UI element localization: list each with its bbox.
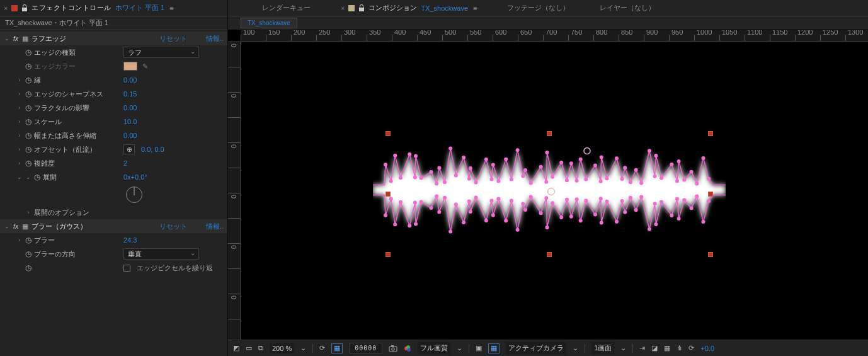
twirl-icon[interactable]: › [15,146,24,152]
panel-menu-icon[interactable]: ≡ [169,4,173,12]
stopwatch-icon[interactable]: ◷ [24,236,33,244]
twirl-icon[interactable]: › [15,118,24,125]
dropdown[interactable]: 垂直 [123,248,199,260]
effect-header[interactable]: ⌄fx▦ラフエッジリセット情報.. [0,32,227,45]
exposure-reset-icon[interactable]: ⟳ [688,344,694,352]
transparency-grid-toggle[interactable]: ▦ [331,343,343,353]
property-value[interactable]: 10.0 [123,118,149,125]
stopwatch-icon[interactable]: ◷ [24,263,33,272]
camera-dropdown[interactable]: アクティブカメラ [506,342,566,354]
twirl-icon[interactable]: › [15,91,24,97]
stopwatch-icon[interactable]: ◷ [24,76,33,84]
chevron-down-icon[interactable]: ⌄ [457,344,462,352]
lock-icon[interactable] [358,4,365,12]
roi-icon[interactable]: ▣ [476,344,482,352]
ruler-vertical[interactable]: 000000 [228,42,241,340]
timeline-icon[interactable]: ▦ [664,344,670,352]
selection-handle[interactable] [708,252,713,257]
fast-preview-icon[interactable]: ⟳ [319,344,325,352]
exposure-value[interactable]: +0.0 [700,345,714,352]
preset-icon[interactable]: ▦ [20,35,30,43]
twirl-icon[interactable]: › [15,105,24,111]
tab-layer[interactable]: レイヤー（なし） [585,0,670,16]
close-icon[interactable]: × [4,4,8,12]
property-value[interactable]: 0.00 [123,104,149,112]
fast-draft-icon[interactable]: ◪ [651,344,658,352]
tab-render-queue[interactable]: レンダーキュー [247,0,326,16]
selection-handle[interactable] [547,252,552,257]
always-preview-icon[interactable]: ◩ [233,344,239,352]
guides-toggle[interactable]: ▦ [488,343,500,353]
twirl-icon[interactable]: › [15,160,24,166]
eyedropper-icon[interactable]: ✎ [142,62,155,71]
property-value[interactable]: 24.3 [123,236,149,244]
twirl-icon[interactable]: ⌄ [3,223,11,229]
tab-footage[interactable]: フッテージ（なし） [492,0,585,16]
tab-composition[interactable]: × コンポジション TX_shockwave ≡ [326,0,492,16]
comp-subtab[interactable]: TX_shockwave [241,18,297,28]
tab-close-icon[interactable]: × [341,4,345,12]
stopwatch-icon[interactable]: ◷ [24,250,33,258]
stopwatch-icon[interactable]: ◷ [33,173,42,181]
stopwatch-icon[interactable]: ◷ [24,117,33,126]
stopwatch-icon[interactable]: ◷ [24,145,33,154]
stopwatch-icon[interactable]: ◷ [24,159,33,168]
lock-icon[interactable] [21,4,28,12]
angle-dial[interactable] [126,187,142,203]
twirl-icon[interactable]: › [24,209,33,215]
stopwatch-icon[interactable]: ◷ [24,131,33,140]
reset-link[interactable]: リセット [159,34,187,43]
checkbox[interactable] [123,265,130,272]
dropdown[interactable]: ラフ [123,47,199,58]
color-swatch[interactable] [123,62,137,71]
selection-handle[interactable] [385,192,391,197]
view-layout-dropdown[interactable]: 1画面 [591,342,614,354]
twirl-icon[interactable]: ⌄ [24,174,33,180]
current-frame[interactable]: 00000 [349,343,382,353]
property-value[interactable]: 2 [123,159,149,167]
property-value[interactable]: 0.0, 0.0 [141,146,166,153]
stopwatch-icon[interactable]: ◷ [24,89,33,98]
twirl-icon[interactable]: › [15,237,24,243]
panel-layer-link[interactable]: ホワイト 平面 1 [115,3,164,13]
layer-color-swatch[interactable] [11,5,18,11]
twirl-icon[interactable]: ⌄ [3,35,11,42]
tab-menu-icon[interactable]: ≡ [473,4,477,12]
snapshot-icon[interactable] [389,345,397,352]
vr-icon[interactable]: ⧉ [258,344,263,352]
effect-header[interactable]: ⌄fx▦ブラー（ガウス）リセット情報.. [0,219,227,233]
stopwatch-icon[interactable]: ◷ [24,48,33,57]
fx-badge-icon[interactable]: fx [11,35,20,42]
resolution-dropdown[interactable]: フル画質 [418,342,450,354]
preset-icon[interactable]: ▦ [20,222,30,231]
chevron-down-icon[interactable]: ⌄ [300,344,306,352]
reset-link[interactable]: リセット [159,222,187,231]
info-link[interactable]: 情報.. [206,222,224,231]
fx-badge-icon[interactable]: fx [11,223,20,230]
selection-handle[interactable] [385,252,391,257]
property-value[interactable]: 0.15 [123,90,149,98]
chevron-down-icon[interactable]: ⌄ [573,344,578,352]
property-value[interactable]: 0.00 [123,76,149,84]
property-value[interactable]: 0.00 [123,132,149,139]
property-value[interactable]: 0x+0.0° [123,173,149,181]
zoom-dropdown[interactable]: 200 % [270,343,294,353]
selection-handle[interactable] [385,131,391,136]
flowchart-icon[interactable]: ⋔ [677,344,682,352]
locate-icon[interactable]: ⊕ [123,144,135,154]
ruler-horizontal[interactable]: 1001502002503003504004505005506006507007… [241,30,868,42]
selection-handle[interactable] [547,131,552,136]
anchor-point-icon[interactable] [546,187,556,197]
pixel-aspect-icon[interactable]: ⇥ [639,344,645,352]
monitor-icon[interactable]: ▭ [246,344,252,352]
twirl-icon[interactable]: › [15,77,24,83]
comp-viewer[interactable]: 1001502002503003504004505005506006507007… [228,30,868,340]
twirl-icon[interactable]: › [15,132,24,139]
comp-name-link[interactable]: TX_shockwave [421,4,468,12]
stopwatch-icon[interactable]: ◷ [24,103,33,112]
stopwatch-icon[interactable]: ◷ [24,62,33,71]
selection-handle[interactable] [708,131,713,136]
info-link[interactable]: 情報.. [206,34,224,43]
chevron-down-icon[interactable]: ⌄ [620,344,626,352]
show-channel-icon[interactable] [404,345,411,352]
